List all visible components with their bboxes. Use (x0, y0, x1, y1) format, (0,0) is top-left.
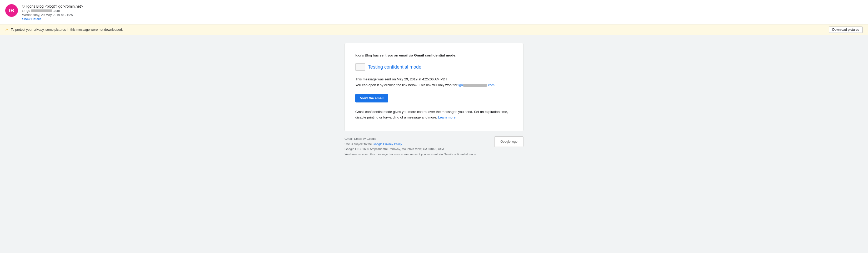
footer-line1: Gmail: Email by Google (344, 136, 477, 142)
email-prefix: igo (26, 9, 30, 12)
confidential-intro: Igor's Blog has sent you an email via Gm… (355, 53, 513, 58)
view-email-button[interactable]: View the email (355, 94, 388, 103)
footer-line2-before: Use is subject to the (344, 142, 373, 146)
google-logo: Google logo (494, 136, 524, 147)
warning-left: ⚠ To protect your privacy, some pictures… (5, 28, 123, 32)
status-dot (22, 5, 25, 8)
sender-name-line: Igor's Blog <blog@igorkromin.net> (22, 4, 83, 8)
download-pictures-button[interactable]: Download pictures (829, 27, 863, 33)
meta-line2-after: . (496, 83, 497, 87)
email-footer: Gmail: Email by Google Use is subject to… (344, 136, 524, 162)
footer-line2: Use is subject to the Google Privacy Pol… (344, 142, 477, 147)
intro-text: Igor's Blog has sent you an email via (355, 53, 414, 57)
redacted-recipient-bar (463, 84, 487, 87)
email-subject-line: Testing confidential mode (355, 63, 513, 71)
recipient-suffix: .com (487, 83, 495, 87)
avatar: IB (5, 4, 18, 17)
recipient-prefix: igo (459, 83, 463, 87)
sender-email-line: igo.com (22, 9, 83, 12)
sender-info: Igor's Blog <blog@igorkromin.net> igo.co… (22, 4, 83, 21)
email-suffix: .com (53, 9, 60, 12)
footer-text: Gmail: Email by Google Use is subject to… (344, 136, 477, 157)
email-subject: Testing confidential mode (368, 64, 422, 70)
warning-icon: ⚠ (5, 28, 9, 32)
redacted-email-bar (31, 9, 52, 12)
email-card: Igor's Blog has sent you an email via Gm… (344, 43, 524, 131)
sender-email-address: igo.com (26, 9, 60, 12)
meta-line2: You can open it by clicking the link bel… (355, 82, 513, 88)
meta-line2-before: You can open it by clicking the link bel… (355, 83, 459, 87)
learn-more-link[interactable]: Learn more (438, 115, 455, 119)
recipient-link[interactable]: igo.com (459, 83, 496, 87)
email-timestamp: Wednesday, 29 May 2019 at 21:25 (22, 13, 83, 17)
message-meta: This message was sent on May 29, 2019 at… (355, 76, 513, 88)
meta-line1: This message was sent on May 29, 2019 at… (355, 76, 513, 82)
email-header: IB Igor's Blog <blog@igorkromin.net> igo… (0, 0, 868, 25)
intro-bold: Gmail confidential mode: (414, 53, 456, 57)
warning-message: To protect your privacy, some pictures i… (11, 28, 123, 32)
sender-name: Igor's Blog <blog@igorkromin.net> (26, 4, 83, 8)
email-body: Igor's Blog has sent you an email via Gm… (0, 35, 868, 170)
show-details-link[interactable]: Show Details (22, 17, 83, 21)
email-icon (355, 63, 365, 71)
description-text: Gmail confidential mode gives you more c… (355, 110, 508, 119)
warning-banner: ⚠ To protect your privacy, some pictures… (0, 25, 868, 35)
footer-line4: You have received this message because s… (344, 152, 477, 157)
privacy-policy-link[interactable]: Google Privacy Policy (373, 142, 402, 146)
footer-line3: Google LLC, 1600 Amphitheatre Parkway, M… (344, 147, 477, 152)
email-dot (22, 10, 25, 12)
confidential-description: Gmail confidential mode gives you more c… (355, 109, 513, 120)
